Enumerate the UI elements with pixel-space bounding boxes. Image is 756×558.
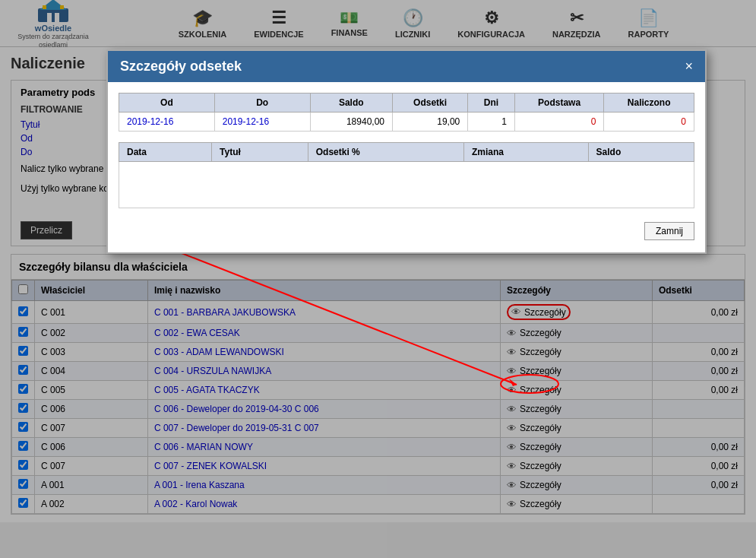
modal-b-col-saldo: Saldo bbox=[588, 143, 694, 162]
modal-footer: Zamnij bbox=[119, 219, 694, 242]
modal-b-col-odsetki: Odsetki % bbox=[308, 143, 463, 162]
modal-b-col-data: Data bbox=[119, 143, 212, 162]
modal-close-button[interactable]: × bbox=[685, 59, 693, 75]
modal-col-podstawa: Podstawa bbox=[514, 94, 604, 113]
zamnij-button[interactable]: Zamnij bbox=[644, 222, 694, 240]
modal-top-table: Od Do Saldo Odsetki Dni Podstawa Naliczo… bbox=[119, 93, 694, 132]
modal-bottom-table: Data Tytuł Odsetki % Zmiana Saldo bbox=[119, 142, 694, 208]
modal-od-val: 2019-12-16 bbox=[119, 113, 215, 132]
modal-col-odsetki: Odsetki bbox=[393, 94, 468, 113]
modal-col-do: Do bbox=[214, 94, 310, 113]
modal-col-naliczono: Naliczono bbox=[604, 94, 694, 113]
modal-naliczono-val: 0 bbox=[604, 113, 694, 132]
modal-podstawa-val: 0 bbox=[514, 113, 604, 132]
modal-body: Od Do Saldo Odsetki Dni Podstawa Naliczo… bbox=[108, 82, 705, 252]
modal-b-col-zmiana: Zmiana bbox=[463, 143, 588, 162]
modal-col-saldo: Saldo bbox=[310, 94, 392, 113]
modal-col-od: Od bbox=[119, 94, 215, 113]
modal-b-col-tytul: Tytuł bbox=[212, 143, 308, 162]
modal: Szczegóły odsetek × Od Do Saldo Odsetki … bbox=[106, 49, 707, 254]
modal-saldo-val: 18940,00 bbox=[310, 113, 392, 132]
modal-title: Szczegóły odsetek bbox=[120, 59, 242, 75]
modal-do-val: 2019-12-16 bbox=[214, 113, 310, 132]
modal-dni-val: 1 bbox=[468, 113, 515, 132]
modal-odsetki-val: 19,00 bbox=[393, 113, 468, 132]
modal-header: Szczegóły odsetek × bbox=[108, 51, 705, 82]
modal-col-dni: Dni bbox=[468, 94, 515, 113]
